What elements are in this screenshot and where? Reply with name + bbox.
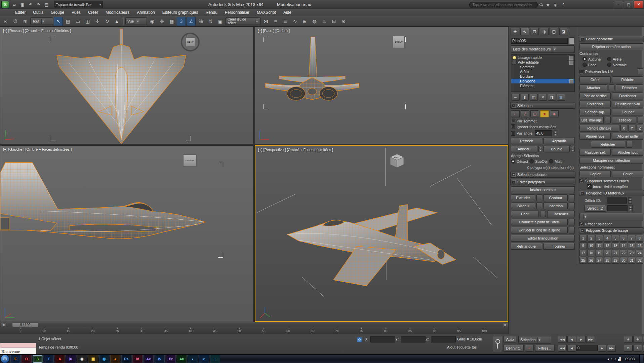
aftereffects-icon[interactable]: Ae	[144, 355, 154, 363]
insertion-button[interactable]: Insertion	[544, 203, 568, 209]
smoothing-group-button[interactable]: 11	[596, 242, 603, 249]
create-tab-icon[interactable]: ✚	[511, 28, 519, 35]
menu-item[interactable]: Editeurs graphiques	[159, 9, 202, 16]
contour-settings-button[interactable]	[569, 194, 575, 201]
render-icon[interactable]: ⊛	[339, 17, 348, 26]
zoom-all-icon[interactable]: ⊕	[633, 336, 642, 343]
retrianguler-button[interactable]: Retrianguler	[511, 243, 542, 250]
extruder-spline-settings-button[interactable]	[569, 227, 575, 233]
viewport-left[interactable]: [+] [Gauche ] [Ombré + Faces délimitées …	[0, 145, 253, 322]
pont-settings-button[interactable]	[540, 211, 546, 217]
planaire-z-button[interactable]: Z	[637, 125, 643, 132]
media-player-icon[interactable]: ▶	[66, 355, 76, 363]
agrandir-button[interactable]: Agrandir	[544, 138, 575, 144]
material-id-dropdown[interactable]	[579, 213, 643, 220]
ie-icon[interactable]: e	[199, 355, 209, 363]
smoothing-group-button[interactable]: 24	[636, 250, 643, 256]
smoothing-group-button[interactable]: 7	[628, 235, 635, 242]
open-icon[interactable]: ▱	[11, 1, 18, 8]
pan-icon[interactable]: ✛	[633, 345, 642, 352]
smoothing-group-button[interactable]: 32	[636, 257, 643, 264]
key-back-icon[interactable]: ◀	[567, 345, 576, 352]
smoothing-group-button[interactable]: 18	[588, 250, 595, 256]
stack-subitem-sommet[interactable]: Sommet	[511, 65, 574, 69]
add-time-tag[interactable]: Ajout étiquette tps	[447, 345, 477, 349]
definir-id-field[interactable]	[607, 197, 627, 204]
undo-icon[interactable]: ↶	[27, 1, 34, 8]
infocenter-star-icon[interactable]: ★	[545, 1, 551, 8]
3dsmax-icon[interactable]: 3	[33, 355, 43, 363]
select-rotate-icon[interactable]: ↻	[103, 17, 112, 26]
tray-action-icon[interactable]: ▪	[611, 357, 612, 361]
definir-id-spinner[interactable]	[628, 197, 632, 204]
aligner-vue-button[interactable]: Aligner vue	[579, 133, 611, 140]
creer-button[interactable]: Créer	[579, 76, 611, 83]
tesseller-button[interactable]: Tesseller	[612, 117, 636, 123]
par-angle-checkbox[interactable]	[511, 131, 515, 136]
preserver-uv-settings-button[interactable]	[638, 68, 643, 75]
select-id-field[interactable]	[607, 205, 628, 211]
help-icon[interactable]: ?	[560, 1, 567, 8]
viewport-perspective[interactable]: [+] [Perspective ] [Ombré + Faces délimi…	[255, 145, 508, 322]
boucle-button[interactable]: Boucle	[544, 146, 570, 152]
rollout-edit-polygons[interactable]: −Editer polygones	[510, 179, 575, 185]
firefox-icon[interactable]: F	[10, 355, 21, 363]
smoothing-group-button[interactable]: 19	[596, 250, 603, 256]
liss-maillage-button[interactable]: Liss. maillage	[579, 117, 604, 123]
reference-coordinate-dropdown[interactable]: Vue	[125, 17, 147, 25]
stack-item-lissage[interactable]: Lissage rapide	[511, 55, 574, 60]
orbit-icon[interactable]: ↻	[643, 345, 644, 352]
utilities-tab-icon[interactable]: ◪	[559, 28, 568, 35]
remove-modifier-icon[interactable]: ✕	[539, 94, 547, 101]
layer-manager-icon[interactable]: ≣	[281, 17, 290, 26]
smoothing-group-button[interactable]: 8	[636, 235, 643, 242]
par-sommet-checkbox[interactable]	[511, 119, 515, 123]
tesseller-settings-button[interactable]	[638, 117, 643, 123]
browser-icon[interactable]: O	[22, 355, 32, 363]
smoothing-group-button[interactable]: 29	[612, 257, 619, 264]
viewport-front-label[interactable]: [+] [Face ] [Ombré ]	[258, 29, 290, 33]
taskbar-clock[interactable]: 05:03	[622, 357, 637, 361]
word-icon[interactable]: W	[155, 355, 165, 363]
set-key-check-icon[interactable]: ✓	[525, 345, 534, 352]
workspace-dropdown[interactable]: Espace de travail: Par	[54, 1, 103, 8]
rollout-soft-selection[interactable]: +Sélection adoucie	[510, 172, 575, 178]
prev-frame-icon[interactable]: ◀	[567, 336, 576, 343]
listener-line[interactable]: Bienvenue	[0, 348, 36, 355]
menu-item[interactable]: Groupe	[47, 9, 68, 16]
angle-spinner[interactable]	[554, 130, 557, 136]
menu-item[interactable]: Rendu	[202, 9, 221, 16]
keyboard-override-icon[interactable]: ▦	[167, 17, 176, 26]
sectionrap-button[interactable]: SectionRap.	[579, 109, 611, 115]
maximize-button[interactable]: ▢	[624, 1, 633, 8]
zoom-icon[interactable]: ⊕	[624, 336, 633, 343]
smoothing-group-button[interactable]: 22	[620, 250, 627, 256]
y-coordinate-field[interactable]	[401, 336, 426, 342]
tray-volume-icon[interactable]: ♪	[614, 357, 616, 361]
plan-section-button[interactable]: Plan de section	[579, 93, 611, 99]
smoothing-group-button[interactable]: 9	[579, 242, 587, 249]
extruder-button[interactable]: Extruder	[511, 194, 535, 201]
go-start-icon[interactable]: ◀◀	[558, 336, 567, 343]
audition-icon[interactable]: Au	[177, 355, 187, 363]
curve-editor-icon[interactable]: ∿	[290, 17, 299, 26]
menu-item[interactable]: Personnaliser	[221, 9, 253, 16]
viewport-top-label[interactable]: [+] [Dessus ] [Ombré + Faces délimitées …	[3, 29, 71, 33]
stack-subitem-arete[interactable]: Arête	[511, 69, 574, 74]
preserver-uv-checkbox[interactable]	[579, 70, 584, 74]
app-logo-icon[interactable]: S	[1, 1, 9, 8]
unlink-icon[interactable]: ∅	[11, 17, 20, 26]
select-by-name-icon[interactable]: ▤	[64, 17, 73, 26]
attacher-settings-button[interactable]	[609, 84, 614, 91]
smoothing-group-button[interactable]: 16	[636, 242, 643, 249]
viewcube-top[interactable]: HAUT	[181, 33, 200, 51]
subobj-radio[interactable]	[529, 159, 534, 164]
menu-item[interactable]: Animation	[133, 9, 158, 16]
menu-item[interactable]: Modificateurs	[102, 9, 133, 16]
extruder-settings-button[interactable]	[536, 194, 542, 201]
wmp-icon[interactable]: ◍	[99, 355, 109, 363]
supprimer-sommets-checkbox[interactable]	[579, 179, 584, 183]
retrecir-button[interactable]: Rétrécir	[511, 138, 542, 144]
border-mode-icon[interactable]: ▢	[530, 110, 539, 117]
smoothing-group-button[interactable]: 30	[620, 257, 627, 264]
